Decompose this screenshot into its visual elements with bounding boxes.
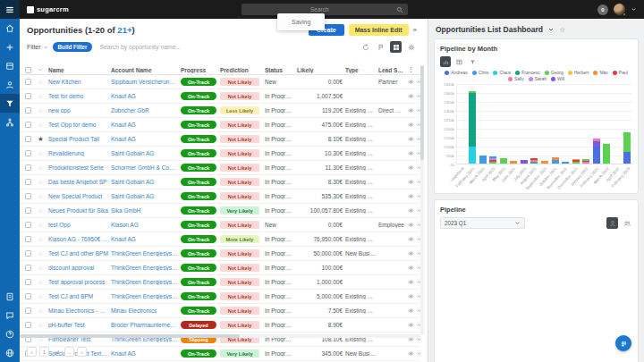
quick-actions-fab[interactable] [615,335,631,351]
horizontal-scrollbar[interactable] [20,334,420,338]
home-icon[interactable] [0,19,20,38]
table-row[interactable]: ☆RevalidierungSaint Gobain AGOn-TrackNot… [20,147,420,161]
col-header-name[interactable]: Name [48,67,111,73]
row-checkbox[interactable] [25,222,31,228]
table-row[interactable]: ☆Test CJ and other BPMThinkGreen Energie… [20,247,420,261]
table-row[interactable]: ☆Test CJ and BPMThinkGreen Energiesystem… [20,290,420,304]
favorite-star-icon[interactable]: ☆ [38,92,48,100]
chart-bar[interactable] [571,84,581,164]
favorite-star-icon[interactable]: ☆ [38,307,48,315]
account-name-link[interactable]: Knauf AG [111,122,181,128]
legend-item[interactable]: Sarah [529,76,547,81]
account-name-link[interactable]: ThinkGreen Energiesysteme G... [111,293,181,299]
legend-item[interactable]: Francesc [515,70,540,75]
current-page[interactable]: 1 [39,347,49,357]
vertical-scrollbar[interactable] [420,65,424,335]
favorite-star-icon[interactable]: ☆ [38,249,48,257]
favorite-star-icon[interactable]: ☆ [38,178,48,186]
account-name-link[interactable]: ThinkGreen Energiesysteme G... [111,250,181,257]
list-search-input[interactable]: Search by opportunity name... [97,44,355,50]
chart-bar[interactable] [560,84,571,164]
settings-icon[interactable] [0,343,20,362]
menu-icon[interactable] [0,0,20,19]
legend-item[interactable]: Herbert [568,70,589,75]
col-header-prediction[interactable]: Prediction [220,67,265,73]
row-actions-caret-icon[interactable] [416,350,422,357]
mass-inline-edit-button[interactable]: Mass Inline Edit [349,24,409,36]
opportunities-icon[interactable] [0,94,20,113]
table-row[interactable]: ☆New Special ProductSaint Gobain AGOn-Tr… [20,189,420,204]
preview-eye-icon[interactable] [408,136,414,142]
preview-eye-icon[interactable] [408,279,414,285]
opportunity-name-link[interactable]: New Special Product [48,193,111,199]
preview-eye-icon[interactable] [408,93,414,99]
row-checkbox[interactable] [25,265,31,271]
row-checkbox[interactable] [25,164,31,171]
account-name-link[interactable]: Knauf AG [111,93,181,99]
row-checkbox[interactable] [25,279,31,285]
row-checkbox[interactable] [25,107,31,114]
profile-caret-icon[interactable] [631,6,637,13]
table-row[interactable]: ☆pH-buffer TestBroder Pharmaunternehmen … [20,318,420,333]
table-row[interactable]: ☆Neues Produkt für SikaSika GmbHOn-Track… [20,204,420,218]
chart-bar[interactable] [623,84,633,164]
favorite-star-icon[interactable]: ☆ [38,264,48,272]
row-checkbox[interactable] [25,122,31,128]
preview-eye-icon[interactable] [408,222,414,228]
legend-item[interactable]: Georg [545,70,564,75]
period-select[interactable]: 2023 Q1 [440,217,525,229]
account-name-link[interactable]: Kiason AG [111,222,181,228]
col-header-likely[interactable]: Likely [297,67,345,73]
legend-item[interactable]: Claus [493,70,511,75]
row-checkbox[interactable] [25,93,31,99]
preview-eye-icon[interactable] [408,164,414,171]
row-checkbox[interactable] [25,79,31,85]
account-name-link[interactable]: Schormer GmbH & Co. KG [111,164,181,171]
collapse-chevrons-icon[interactable]: » [413,26,417,34]
legend-item[interactable]: Will [551,76,564,81]
prev-page-button[interactable]: ‹ [27,347,37,357]
opportunity-name-link[interactable]: discount approval [48,265,111,271]
legend-item[interactable]: Max [593,70,607,75]
chart-bar[interactable] [488,84,499,164]
row-checkbox[interactable] [25,136,31,142]
opportunity-name-link[interactable]: Test Opp for demo [48,122,111,128]
col-header-progress[interactable]: Progress [181,67,220,73]
chat-icon[interactable] [0,306,20,324]
favorite-star-icon[interactable]: ☆ [38,221,48,229]
row-checkbox[interactable] [25,179,31,185]
chart-bar[interactable] [580,84,591,164]
preview-eye-icon[interactable] [408,79,414,85]
table-row[interactable]: ★Special Product TailKnauf AGOn-TrackNot… [20,132,420,147]
modules-icon[interactable] [0,56,20,75]
contacts-icon[interactable] [0,75,20,94]
favorite-star-icon[interactable]: ☆ [38,235,48,243]
preview-eye-icon[interactable] [408,322,414,328]
global-search-input[interactable]: Search [242,4,408,15]
favorite-star-icon[interactable]: ★ [38,135,48,143]
opportunity-name-link[interactable]: Kiason AG - 76950€ - ... [48,236,111,242]
table-row[interactable]: ☆Minau Electronics - N...Minau Electroni… [20,304,420,318]
favorite-star-icon[interactable]: ☆ [38,321,48,329]
account-name-link[interactable]: Sippbaum Versicherungen [111,79,181,85]
col-header-type[interactable]: Type [345,67,378,73]
dashboard-caret-icon[interactable] [547,26,555,33]
dashboard-title[interactable]: Opportunities List Dashboard [436,25,543,34]
list-view-toggle-icon[interactable] [390,41,402,53]
row-checkbox[interactable] [25,150,31,156]
reports-icon[interactable] [0,287,20,306]
chart-type-bar-icon[interactable] [440,56,451,67]
table-row[interactable]: ☆Test Opp for demoKnauf AGOn-TrackNot Li… [20,118,420,132]
account-name-link[interactable]: Saint Gobain AG [111,179,181,185]
preview-eye-icon[interactable] [408,207,414,214]
opportunity-name-link[interactable]: Revalidierung [48,150,111,156]
row-checkbox[interactable] [25,193,31,199]
table-row[interactable]: ☆New KitchenSippbaum VersicherungenOn-Tr… [20,75,420,89]
chart-bar[interactable] [498,84,509,164]
filter-dropdown[interactable]: Filter [27,44,48,50]
account-name-link[interactable]: Saint Gobain AG [111,193,181,199]
opportunity-name-link[interactable]: Produktionstest Serie [48,164,111,171]
account-name-link[interactable]: Knauf AG [111,236,181,242]
account-name-link[interactable]: Knauf AG [111,350,181,357]
refresh-icon[interactable] [360,41,371,53]
